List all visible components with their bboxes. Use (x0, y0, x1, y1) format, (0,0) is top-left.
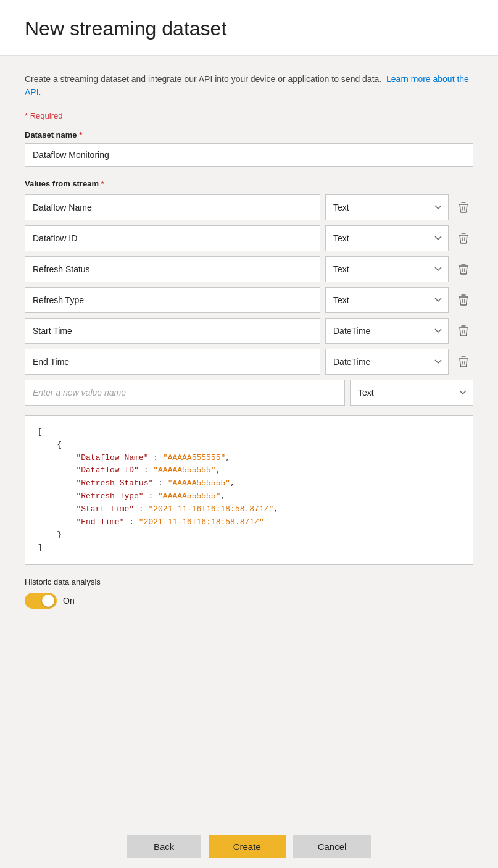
dataset-name-label: Dataset name * (25, 130, 473, 140)
page-footer: Back Create Cancel (0, 825, 498, 868)
type-select-1[interactable]: Text Number DateTime Boolean (325, 194, 449, 220)
page-title: New streaming dataset (25, 17, 473, 40)
historic-data-section: Historic data analysis On (25, 577, 473, 609)
type-select-5[interactable]: Text Number DateTime Boolean (325, 318, 449, 344)
type-select-6[interactable]: Text Number DateTime Boolean (325, 349, 449, 375)
values-from-stream-section: Values from stream * Text Number DateTim… (25, 179, 473, 406)
delete-button-5[interactable] (454, 321, 473, 341)
values-from-stream-label: Values from stream * (25, 179, 473, 188)
value-name-input-2[interactable] (25, 225, 320, 251)
new-value-type-select[interactable]: Text Number DateTime Boolean (350, 380, 473, 406)
main-content: Create a streaming dataset and integrate… (0, 56, 498, 825)
dataset-name-input[interactable] (25, 143, 473, 167)
value-name-input-1[interactable] (25, 194, 320, 220)
delete-button-6[interactable] (454, 352, 473, 372)
page-header: New streaming dataset (0, 0, 498, 56)
delete-button-2[interactable] (454, 228, 473, 248)
back-button[interactable]: Back (127, 835, 201, 858)
json-preview: [ { "Dataflow Name" : "AAAAA555555", "Da… (25, 415, 473, 565)
type-select-3[interactable]: Text Number DateTime Boolean (325, 256, 449, 282)
new-value-row: Text Number DateTime Boolean (25, 380, 473, 406)
value-name-input-6[interactable] (25, 349, 320, 375)
type-select-2[interactable]: Text Number DateTime Boolean (325, 225, 449, 251)
description-text: Create a streaming dataset and integrate… (25, 73, 473, 99)
historic-data-label: Historic data analysis (25, 577, 473, 586)
value-name-input-3[interactable] (25, 256, 320, 282)
historic-toggle[interactable] (25, 593, 57, 609)
value-name-input-5[interactable] (25, 318, 320, 344)
create-button[interactable]: Create (209, 835, 286, 858)
new-value-name-input[interactable] (25, 380, 345, 406)
value-row-3: Text Number DateTime Boolean (25, 256, 473, 282)
value-row-2: Text Number DateTime Boolean (25, 225, 473, 251)
required-note: * Required (25, 111, 473, 120)
value-row-5: Text Number DateTime Boolean (25, 318, 473, 344)
value-name-input-4[interactable] (25, 287, 320, 313)
value-row-1: Text Number DateTime Boolean (25, 194, 473, 220)
delete-button-4[interactable] (454, 290, 473, 310)
cancel-button[interactable]: Cancel (293, 835, 371, 858)
type-select-4[interactable]: Text Number DateTime Boolean (325, 287, 449, 313)
delete-button-3[interactable] (454, 259, 473, 279)
value-row-4: Text Number DateTime Boolean (25, 287, 473, 313)
value-row-6: Text Number DateTime Boolean (25, 349, 473, 375)
delete-button-1[interactable] (454, 198, 473, 217)
toggle-row: On (25, 593, 473, 609)
toggle-slider (25, 593, 57, 609)
toggle-label: On (63, 596, 75, 606)
dataset-name-section: Dataset name * (25, 130, 473, 167)
